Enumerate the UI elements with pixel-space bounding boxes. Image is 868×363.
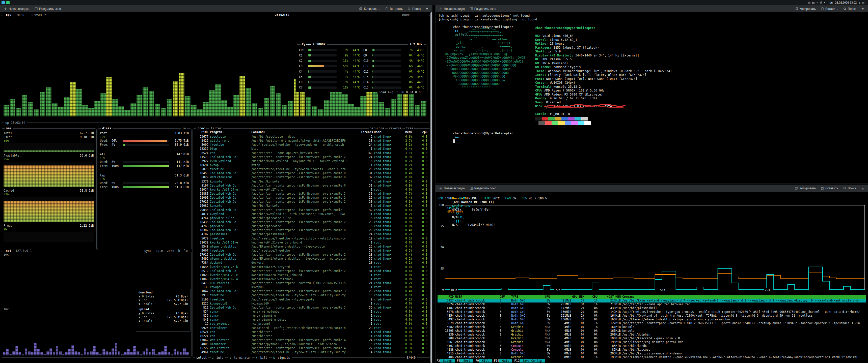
process-row[interactable]: 17925Isolated Web Co/app/zen/zen -conten… [194, 200, 429, 204]
process-row[interactable]: 3927kwin_wayland/usr/bin/kwin_wayland --… [194, 159, 429, 163]
process-row[interactable]: 8512Isolated Web Co/app/zen/zen -content… [194, 269, 429, 273]
scrollbar-thumb[interactable] [431, 12, 432, 363]
search-button[interactable]: Поиск [841, 6, 859, 11]
process-row[interactable]: 18302Isolated Web Co/app/zen/zen -conten… [194, 228, 429, 232]
process-row[interactable]: 8479RDD Process/app/zen/zen -contentproc… [194, 281, 429, 285]
process-row[interactable]: 4263pipewire/usr/bin/pipewire3chad-thun+… [194, 224, 429, 228]
process-row[interactable]: 5370konsole/usr/bin/konsole4chad-thun+0.… [194, 179, 429, 184]
copy-button[interactable]: Копировать [357, 6, 382, 11]
process-row[interactable]: 4814Xwayland/usr/bin/Xwayland :0 -auth /… [194, 212, 429, 216]
proc-toggle-tree[interactable]: tree [405, 127, 414, 130]
process-row[interactable]: 18455Isolated Web Co/app/zen/zen -conten… [194, 171, 429, 175]
net-interface[interactable]: 127.0.0.1 [14, 249, 33, 253]
process-row[interactable]: 11578Isolated Web Co/app/zen/zen -conten… [194, 155, 429, 159]
process-row[interactable]: 16224zsh/usr/bin/zsh1chad-thun+0.0%0.0 [194, 334, 429, 338]
process-row[interactable]: 11633kworker/u64:25-kkworker/u64:25-kcry… [194, 265, 429, 269]
shell-prompt-active[interactable]: chad-thundercoock@HyperHelicopter ▶▶ [438, 128, 865, 132]
process-row[interactable]: 18436Isolated Web Co/app/zen/zen -conten… [194, 220, 429, 224]
proc-key-kill[interactable]: k kill [255, 356, 269, 360]
process-row[interactable]: 11038kworker/u64:31-ekworker/u64:31-even… [194, 240, 429, 244]
process-row[interactable]: 18521zsh/usr/bin/zsh1chad-thun+0.0%0.0 [194, 330, 429, 334]
gpu-process-row[interactable]: 3988chad-thundercoock0GraphicN/A4MiB0%0%… [437, 336, 866, 340]
paste-button[interactable]: Вставить [818, 6, 840, 11]
hamburger-menu-button[interactable]: ≡ [859, 186, 866, 191]
gpu-process-row[interactable]: 6679chad-thundercoock0Both G+C0%64MiB0%1… [437, 321, 866, 325]
panel-toggle-icon[interactable]: ▴ [859, 1, 861, 4]
hamburger-menu-button[interactable]: ≡ [424, 7, 431, 11]
fkey-quit[interactable]: Quit [499, 359, 512, 363]
process-row[interactable]: 4961freetube/app/freetube/freetube --typ… [194, 350, 429, 354]
gpu-process-row[interactable]: 5492chad-thundercoock0Both G+C0%106MiB1%… [437, 318, 866, 321]
fkey-kill[interactable]: Kill [479, 359, 492, 363]
process-row[interactable]: 4003ulauncher/usr/bin/python3 /usr/bin/u… [194, 342, 429, 346]
gpu-process-row[interactable]: 4854chad-thundercoock0Both G+C0%131MiB2%… [437, 314, 866, 318]
gpu-process-row[interactable]: 4188chad-thundercoock0Compute0%0MiB0%0%8… [437, 348, 866, 352]
net-toggle-zero[interactable]: zero [166, 249, 175, 253]
process-row[interactable]: 4107plasmashell/usr/bin/plasmashell24cha… [194, 232, 429, 236]
process-row[interactable]: 11881Isolated Web Co/app/zen/zen -conten… [194, 192, 429, 196]
fkey-setup[interactable]: Setup [440, 359, 455, 363]
tray-icon[interactable]: ▤ [808, 1, 810, 4]
paste-button[interactable]: Вставить [818, 186, 840, 191]
gpu-process-row[interactable]: 3961chad-thundercoock0GraphicN/A4MiB0%0%… [437, 340, 866, 344]
proc-toggle-reverse[interactable]: reverse [388, 127, 403, 130]
split-view-button[interactable]: Разделить окно [468, 6, 499, 11]
process-row[interactable]: 11028kworker/u64:28-ekworker/u64:28-even… [194, 273, 429, 277]
proc-toggle-per-core[interactable]: per-core [369, 127, 385, 130]
search-button[interactable]: Поиск [405, 6, 423, 11]
panel-clock[interactable]: 28.02.2026 23:02 [835, 1, 857, 4]
process-row[interactable]: 15722Web Content/app/zen/zen -contentpro… [194, 346, 429, 350]
net-toggle-auto[interactable]: auto [155, 249, 164, 253]
split-view-button[interactable]: Разделить окно [468, 186, 499, 191]
process-row[interactable]: 17062Web Content/app/zen/zen -contentpro… [194, 338, 429, 342]
app-launcher-icon[interactable] [6, 1, 9, 4]
proc-key-select[interactable]: select [195, 356, 208, 360]
process-row[interactable]: 1047Isolated Web Co/app/zen/zen -content… [194, 289, 429, 293]
process-row[interactable]: 5492element-desktop/app/Element/element-… [194, 257, 429, 261]
proc-key-terminate[interactable]: t terminate [228, 356, 252, 360]
keyboard-layout-indicator[interactable]: us [830, 1, 833, 4]
process-row[interactable]: 23677spectacle/usr/bin/spectacle --dbus2… [194, 135, 429, 139]
process-row[interactable]: 5007freetube/app/freetube/freetube30chad… [194, 249, 429, 253]
process-row[interactable]: 5099freetube/app/freetube/freetube --typ… [194, 143, 429, 147]
process-row[interactable]: 5548element-desktop/app/Element/element-… [194, 244, 429, 249]
gpu-process-row[interactable]: 16082chad-thundercoock0GraphicN/A4MiB0%1… [437, 325, 866, 329]
gpu-process-row[interactable]: 5078chad-thundercoock0Both G+C0%160MiB2%… [437, 310, 866, 314]
preset-button[interactable]: preset * [30, 13, 48, 16]
gpu-process-row[interactable]: 839chad-thundercoock0GraphicN/A4MiB0%0%2… [437, 333, 866, 336]
tray-icon[interactable]: ♪ [816, 1, 818, 4]
process-row[interactable]: 11069kworker/u64:62-wkworker/u64:62-writ… [194, 277, 429, 281]
process-row[interactable]: 17915Isolated Web Co/app/zen/zen -conten… [194, 253, 429, 257]
copy-button[interactable]: Копировать [793, 186, 818, 191]
proc-key-signals[interactable]: s signals [272, 356, 292, 360]
process-row[interactable]: 822Isolated Web Co/app/zen/zen -contentp… [194, 305, 429, 309]
net-toggle-sync[interactable]: sync [143, 249, 153, 253]
process-row[interactable]: 841runsvrunsv pipewire-pulse1root0.0%0.0 [194, 318, 429, 322]
process-row[interactable]: 11091Isolated Web Co/app/zen/zen -conten… [194, 196, 429, 200]
split-view-button[interactable]: Разделить окно [32, 6, 63, 11]
new-tab-button[interactable]: Новая вкладка [437, 186, 467, 191]
panel-toggle-icon[interactable]: ▤ [862, 1, 865, 4]
paste-button[interactable]: Вставить [383, 6, 405, 11]
net-toggle-b[interactable]: b [177, 249, 181, 253]
process-row[interactable]: 5190freetube/app/freetube/freetube --typ… [194, 297, 429, 301]
process-row[interactable]: 6524zen/app/zen/zen --name app.zen_brows… [194, 151, 429, 155]
proc-key-info[interactable]: ↵ info [211, 356, 225, 360]
scrollbar[interactable] [431, 12, 432, 363]
process-row[interactable]: 7918freetube/app/freetube/freetube --typ… [194, 293, 429, 297]
process-row[interactable]: 7384dockerddockerd20root0.1%0.0 [194, 261, 429, 265]
new-tab-button[interactable]: Новая вкладка [437, 6, 467, 11]
tray-icon[interactable]: ◧ [812, 1, 815, 4]
gpu-process-row[interactable]: 18495chad-thundercoock0GraphicN/A4MiB0%0… [437, 329, 866, 333]
process-row[interactable]: 834runsvrunsv wireplumber1root0.0%0.0 [194, 309, 429, 314]
process-row[interactable]: 18237btopbtop1chad-thun+0.4%0.0 [194, 147, 429, 151]
process-row[interactable]: 29030Isolated Web Co/app/zen/zen -conten… [194, 208, 429, 212]
process-row[interactable]: 138kswapd0kswapd01root0.0%0.0 [194, 285, 429, 289]
search-button[interactable]: Поиск [841, 186, 859, 191]
process-row[interactable]: 18691nvtopnvtop1chad-thun+0.2%0.0 [194, 163, 429, 167]
process-row[interactable]: 5078freetube/app/freetube/freetube --typ… [194, 167, 429, 171]
process-row[interactable]: 5078freetube/app/freetube/freetube --typ… [194, 236, 429, 240]
process-row[interactable]: 4264pipewire-pulse/usr/bin/pipewire-puls… [194, 216, 429, 220]
process-row[interactable]: 2423qbittorrent/usr/bin/qbittorrent magn… [194, 139, 429, 143]
copy-button[interactable]: Копировать [793, 6, 818, 11]
